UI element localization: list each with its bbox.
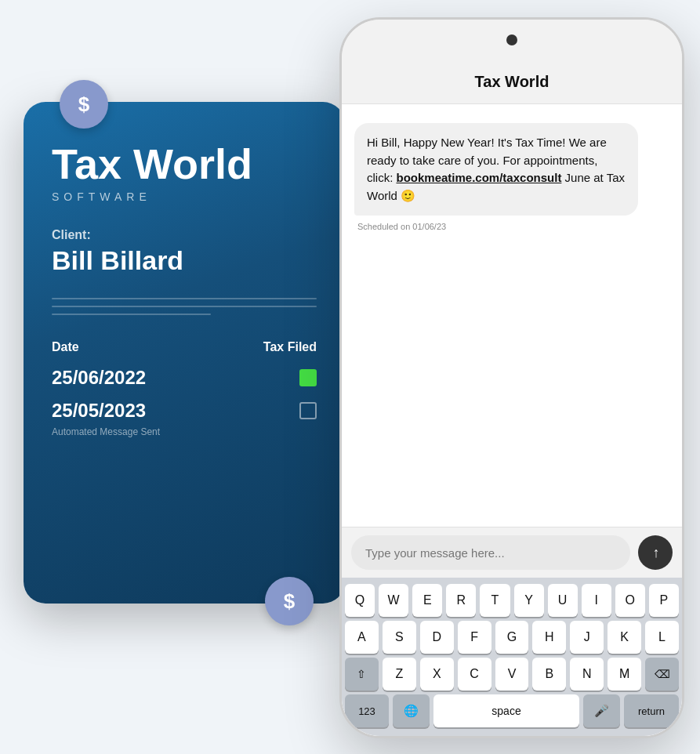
key-q[interactable]: Q [345,584,375,617]
message-text: Hi Bill, Happy New Year! It's Tax Time! … [367,134,626,205]
phone-header: Tax World [342,60,682,104]
key-mic[interactable]: 🎤 [583,694,620,727]
client-label: Client: [52,228,317,242]
key-u[interactable]: U [548,584,578,617]
key-r[interactable]: R [446,584,476,617]
send-icon: ↑ [653,545,660,561]
key-b[interactable]: B [532,658,566,691]
key-j[interactable]: J [570,621,604,654]
key-g[interactable]: G [495,621,529,654]
key-f[interactable]: F [458,621,491,654]
phone-shell: Tax World Hi Bill, Happy New Year! It's … [339,17,684,738]
key-w[interactable]: W [379,584,408,617]
date-1: 25/06/2022 [52,367,146,389]
key-d[interactable]: D [420,621,454,654]
table-header: Date Tax Filed [52,340,317,354]
tax-card: $ Tax World SOFTWARE Client: Bill Billar… [24,102,345,604]
send-button[interactable]: ↑ [638,535,673,570]
key-shift[interactable]: ⇧ [345,658,379,691]
key-m[interactable]: M [608,658,641,691]
keyboard: Q W E R T Y U I O P A S D [342,578,682,736]
key-return[interactable]: return [624,694,679,727]
key-p[interactable]: P [649,584,679,617]
key-v[interactable]: V [495,658,529,691]
input-area: ↑ [342,527,682,578]
divider-lines [52,298,317,315]
keyboard-row-3: ⇧ Z X C V B N M ⌫ [345,658,679,691]
key-x[interactable]: X [420,658,454,691]
key-123[interactable]: 123 [345,694,389,727]
checkbox-filed-1 [299,369,317,386]
key-h[interactable]: H [532,621,566,654]
divider-line-2 [52,306,317,307]
keyboard-row-4: 123 🌐 space 🎤 return [345,694,679,727]
automated-msg: Automated Message Sent [52,426,317,437]
key-t[interactable]: T [480,584,510,617]
checkbox-filed-2 [299,402,317,419]
card-title: Tax World [52,141,317,187]
message-link[interactable]: bookmeatime.com/taxconsult [397,171,562,184]
dollar-icon-top: $ [60,80,108,129]
key-s[interactable]: S [383,621,416,654]
key-c[interactable]: C [458,658,491,691]
keyboard-row-2: A S D F G H J K L [345,621,679,654]
key-a[interactable]: A [345,621,379,654]
phone-wrapper: Tax World Hi Bill, Happy New Year! It's … [339,17,684,738]
key-globe[interactable]: 🌐 [393,694,430,727]
client-name: Bill Billard [52,245,317,276]
divider-line-3 [52,314,211,315]
col-date-header: Date [52,340,79,354]
col-filed-header: Tax Filed [263,340,317,354]
phone-screen: Tax World Hi Bill, Happy New Year! It's … [342,60,682,736]
key-z[interactable]: Z [383,658,416,691]
key-o[interactable]: O [615,584,645,617]
message-input[interactable] [351,535,630,570]
key-y[interactable]: Y [514,584,544,617]
table-row-1: 25/06/2022 [52,367,317,389]
date-2: 25/05/2023 [52,400,146,422]
phone-camera [506,34,517,45]
dollar-icon-bottom: $ [265,577,314,625]
key-i[interactable]: I [582,584,611,617]
keyboard-row-1: Q W E R T Y U I O P [345,584,679,617]
key-e[interactable]: E [412,584,442,617]
key-space[interactable]: space [433,694,580,727]
phone-notch [342,20,682,60]
message-timestamp: Scheduled on 01/06/23 [354,222,669,231]
key-n[interactable]: N [570,658,604,691]
scene: $ Tax World SOFTWARE Client: Bill Billar… [0,0,700,754]
key-l[interactable]: L [645,621,679,654]
message-area: Hi Bill, Happy New Year! It's Tax Time! … [342,104,682,527]
phone-app-title: Tax World [475,73,549,91]
key-k[interactable]: K [608,621,641,654]
key-backspace[interactable]: ⌫ [645,658,679,691]
table-row-2: 25/05/2023 [52,400,317,422]
message-bubble: Hi Bill, Happy New Year! It's Tax Time! … [354,123,638,216]
card-subtitle: SOFTWARE [52,190,317,203]
divider-line-1 [52,298,317,299]
